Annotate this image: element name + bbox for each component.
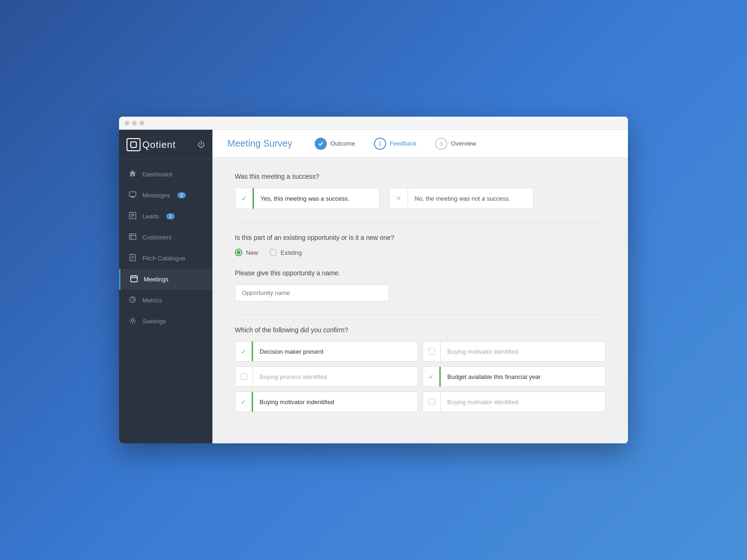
sidebar-item-dashboard[interactable]: Dashboard [119, 164, 212, 185]
step-circle-feedback: 2 [374, 138, 386, 150]
choice-yes-label: Yes, this meeting was a success. [254, 195, 356, 202]
step-feedback[interactable]: 2 Feedback [374, 138, 416, 150]
messages-badge: 2 [177, 192, 186, 198]
app-body: Qotient ⏻ Dashboard Messeges [119, 130, 628, 443]
sidebar-item-customers[interactable]: Customers [119, 227, 212, 248]
sidebar-item-messages[interactable]: Messeges 2 [119, 185, 212, 206]
step-number-feedback: 2 [379, 141, 381, 147]
choice-no-indicator: ✕ [389, 188, 408, 209]
step-circle-outcome [315, 138, 327, 150]
sidebar-item-label-customers: Customers [142, 234, 172, 241]
radio-label-existing: Existing [281, 249, 302, 256]
step-label-feedback: Feedback [390, 140, 416, 147]
q2-radio-row: New Existing [235, 249, 606, 256]
q3-label: Please give this opportunity a name. [235, 269, 606, 277]
sidebar-item-pitch-catalogue[interactable]: Pitch Catalogue [119, 248, 212, 269]
checkbox-item-dm[interactable]: ✓ Decision maker present [235, 341, 418, 362]
check-icon-bmi2: ✓ [241, 399, 246, 406]
choice-no-label: No, the meeting was not a success. [408, 195, 517, 202]
q1-label: Was this meeting a success? [235, 173, 606, 180]
svg-rect-12 [131, 276, 137, 282]
checkbox-indicator-bpi [235, 366, 253, 387]
checkbox-label-bpi: Buying process identified [253, 373, 334, 380]
logo-icon-inner [130, 141, 137, 148]
customers-icon [128, 233, 137, 242]
sidebar-item-label-leads: Leads [142, 213, 159, 220]
sidebar-nav: Dashboard Messeges 2 Leads 1 [119, 160, 212, 443]
radio-label-new: New [246, 249, 258, 256]
step-circle-overview: 3 [435, 138, 447, 150]
checkbox-item-bmi1[interactable]: Buying motivator identified [423, 341, 606, 362]
opportunity-name-input[interactable] [235, 284, 389, 301]
checkbox-indicator-bmi2: ✓ [235, 392, 253, 412]
logo-icon [127, 138, 141, 151]
checkbox-indicator-dm: ✓ [235, 341, 253, 362]
calendar-icon [130, 275, 138, 284]
catalogue-icon [128, 254, 137, 263]
step-number-overview: 3 [440, 141, 443, 147]
section-q3: Please give this opportunity a name. [235, 269, 606, 301]
leads-badge: 1 [166, 213, 175, 219]
sidebar-item-metrics[interactable]: Metrics [119, 290, 212, 311]
step-label-overview: Overview [451, 140, 476, 147]
checkbox-indicator-budget: ✓ [423, 366, 441, 387]
steps-nav: Outcome 2 Feedback 3 Overview [315, 138, 476, 150]
settings-icon [128, 317, 137, 326]
choice-yes[interactable]: ✓ Yes, this meeting was a success. [235, 188, 380, 209]
logo-text: Qotient [142, 140, 176, 150]
power-icon[interactable]: ⏻ [197, 140, 205, 149]
sidebar-item-leads[interactable]: Leads 1 [119, 206, 212, 227]
titlebar [119, 117, 628, 130]
page-title: Meeting Survey [227, 138, 292, 149]
checkbox-label-bmi3: Buying motivator identified [441, 399, 525, 406]
main-panel: Meeting Survey Outcome 2 Feedba [212, 130, 628, 443]
sidebar-logo-area: Qotient ⏻ [119, 130, 212, 160]
divider-2 [235, 315, 606, 315]
radio-dot-existing [269, 249, 277, 256]
checkbox-label-budget: Budget available this financial year [441, 373, 547, 380]
choice-no[interactable]: ✕ No, the meeting was not a success. [389, 188, 534, 209]
sidebar-item-label-dashboard: Dashboard [142, 171, 172, 178]
leads-icon [128, 212, 137, 221]
home-icon [128, 170, 137, 179]
sidebar-item-settings[interactable]: Seetings [119, 311, 212, 332]
svg-point-17 [132, 320, 134, 322]
check-icon-budget: ✓ [429, 373, 434, 380]
sidebar-item-meetings[interactable]: Meetings [119, 269, 212, 290]
check-icon-yes: ✓ [241, 195, 247, 202]
x-icon-no: ✕ [396, 195, 402, 202]
titlebar-dot-3 [140, 121, 144, 126]
q4-label: Which of the following did you confirm? [235, 326, 606, 334]
step-label-outcome: Outcome [331, 140, 355, 147]
checkbox-indicator-bmi1 [423, 341, 441, 362]
radio-existing[interactable]: Existing [269, 249, 302, 256]
step-overview[interactable]: 3 Overview [435, 138, 476, 150]
section-q1: Was this meeting a success? ✓ Yes, this … [235, 173, 606, 209]
sidebar-item-label-meetings: Meetings [144, 276, 169, 283]
sidebar: Qotient ⏻ Dashboard Messeges [119, 130, 212, 443]
step-outcome[interactable]: Outcome [315, 138, 355, 150]
section-q4: Which of the following did you confirm? … [235, 326, 606, 412]
checkbox-item-bpi[interactable]: Buying process identified [235, 366, 418, 387]
checkbox-label-bmi2: Buying motivator indentified [253, 399, 341, 406]
checkbox-item-bmi3[interactable]: Buying motivator identified [423, 392, 606, 412]
checkbox-item-budget[interactable]: ✓ Budget available this financial year [423, 366, 606, 387]
app-window: Qotient ⏻ Dashboard Messeges [119, 117, 628, 443]
checkbox-item-bmi2[interactable]: ✓ Buying motivator indentified [235, 392, 418, 412]
checkbox-label-bmi1: Buying motivator identified [441, 348, 525, 355]
titlebar-dot-1 [125, 121, 129, 126]
q1-choices: ✓ Yes, this meeting was a success. ✕ No,… [235, 188, 606, 209]
sidebar-item-label-settings: Seetings [142, 318, 166, 325]
check-icon-dm: ✓ [241, 348, 246, 355]
metrics-icon [128, 296, 137, 305]
radio-dot-new [235, 249, 242, 256]
divider-1 [235, 222, 606, 223]
topbar: Meeting Survey Outcome 2 Feedba [212, 130, 628, 158]
radio-new[interactable]: New [235, 249, 258, 256]
sidebar-item-label-metrics: Metrics [142, 297, 162, 304]
sidebar-item-label-pitch-catalogue: Pitch Catalogue [142, 255, 185, 262]
q2-label: Is this part of an existing opportunity … [235, 234, 606, 241]
checkbox-grid: ✓ Decision maker present Buying motivato… [235, 341, 606, 412]
form-content: Was this meeting a success? ✓ Yes, this … [212, 158, 628, 443]
message-icon [128, 191, 137, 200]
